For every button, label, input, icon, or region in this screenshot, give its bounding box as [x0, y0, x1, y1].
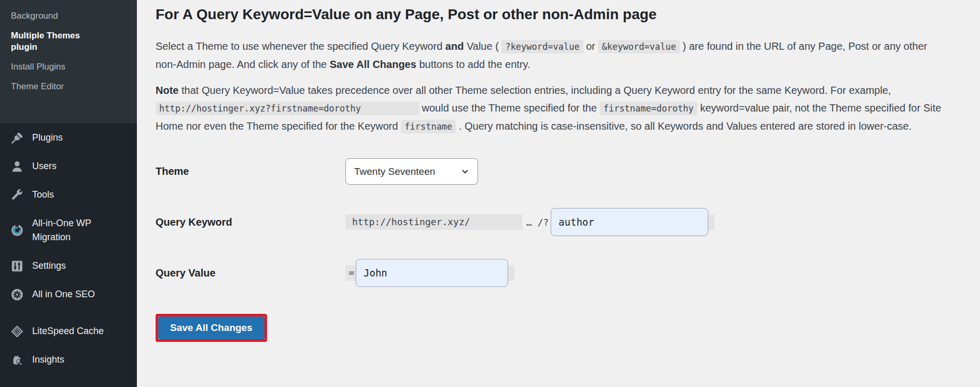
code-chip-amp-keyword: &keyword=value [598, 40, 680, 53]
sidebar-item-label: Users [32, 159, 121, 173]
wrench-icon [10, 188, 24, 202]
intro-bold-save: Save All Changes [330, 59, 416, 70]
settings-page-content: For A Query Keyword=Value on any Page, P… [137, 0, 980, 387]
sidebar-item-label: Theme Editor [11, 81, 64, 91]
sidebar-item-all-in-one-seo[interactable]: All in One SEO [0, 280, 137, 309]
query-value-row: Query Value = [156, 259, 949, 287]
sidebar-item-theme-editor[interactable]: Theme Editor [0, 77, 137, 96]
theme-select-value: Twenty Seventeen [354, 166, 435, 177]
user-icon [10, 160, 24, 173]
admin-sidebar: Background Multiple Themes plugin Instal… [0, 0, 137, 387]
appearance-submenu: Background Multiple Themes plugin Instal… [0, 0, 137, 123]
intro-text: Select a Theme to use whenever the speci… [156, 40, 445, 52]
intro-bold-and: and [445, 40, 464, 52]
note-paragraph: Note that Query Keyword=Value takes prec… [156, 81, 949, 135]
red-highlight-box: Save All Changes [156, 314, 267, 342]
sidebar-item-plugins[interactable]: Plugins [0, 123, 137, 152]
sidebar-item-label: Insights [32, 353, 121, 367]
query-keyword-label: Query Keyword [156, 216, 345, 228]
note-text: would use the Theme specified for the [419, 102, 600, 114]
url-separator: … /? [526, 217, 549, 228]
theme-row: Theme Twenty Seventeen [156, 158, 949, 185]
sidebar-item-label: Background [11, 11, 58, 21]
save-row: Save All Changes [156, 314, 949, 342]
note-text: . Query matching is case-insensitive, so… [456, 120, 912, 132]
insights-mascot-icon [10, 353, 24, 367]
url-prefix-code: http://hostinger.xyz/ [345, 214, 522, 230]
diamond-icon [10, 325, 24, 338]
sidebar-item-label: Plugins [32, 131, 121, 145]
plug-icon [10, 131, 24, 145]
migration-arrows-icon [10, 224, 24, 237]
query-keyword-input[interactable] [551, 208, 708, 236]
query-value-label: Query Value [156, 267, 345, 279]
sidebar-item-label: Multiple Themes plugin [11, 31, 80, 52]
sidebar-item-label: All in One SEO [32, 287, 121, 301]
save-all-changes-button[interactable]: Save All Changes [158, 316, 264, 339]
sidebar-item-label: All-in-One WP Migration [32, 216, 121, 244]
sidebar-item-label: Settings [32, 259, 121, 273]
note-bold: Note [156, 85, 178, 96]
sidebar-item-label: Tools [32, 188, 121, 202]
chevron-down-icon [460, 167, 470, 177]
sidebar-item-settings[interactable]: Settings [0, 252, 137, 280]
gear-circle-icon [10, 288, 24, 301]
sidebar-item-insights[interactable]: Insights [0, 345, 137, 374]
code-chip-firstname-dorothy: firstname=dorothy [600, 102, 697, 115]
code-chip-question-keyword: ?keyword=value [501, 40, 583, 53]
code-chip-example-url: http://hostinger.xyz?firstname=dorothy [156, 102, 419, 115]
sidebar-item-litespeed-cache[interactable]: LiteSpeed Cache [0, 317, 137, 345]
sliders-icon [10, 259, 24, 273]
sidebar-item-users[interactable]: Users [0, 152, 137, 181]
query-value-input[interactable] [356, 259, 508, 287]
theme-label: Theme [156, 165, 345, 177]
intro-text: or [583, 40, 598, 52]
sidebar-item-background[interactable]: Background [0, 6, 137, 26]
sidebar-item-install-plugins[interactable]: Install Plugins [0, 57, 137, 77]
code-chip-firstname: firstname [401, 120, 456, 133]
sidebar-item-label: LiteSpeed Cache [32, 324, 121, 338]
intro-paragraph: Select a Theme to use whenever the speci… [156, 37, 949, 73]
sidebar-item-multiple-themes-plugin[interactable]: Multiple Themes plugin [0, 26, 137, 57]
sidebar-item-label: Install Plugins [11, 62, 65, 72]
sidebar-item-all-in-one-wp-migration[interactable]: All-in-One WP Migration [0, 209, 137, 252]
sidebar-item-tools[interactable]: Tools [0, 181, 137, 209]
query-keyword-row: Query Keyword http://hostinger.xyz/ … /? [156, 208, 949, 236]
note-text: that Query Keyword=Value takes precedenc… [178, 85, 891, 96]
intro-text: Value ( [464, 40, 501, 52]
page-title: For A Query Keyword=Value on any Page, P… [156, 5, 949, 24]
intro-text: buttons to add the entry. [416, 59, 530, 70]
theme-select[interactable]: Twenty Seventeen [345, 158, 478, 185]
